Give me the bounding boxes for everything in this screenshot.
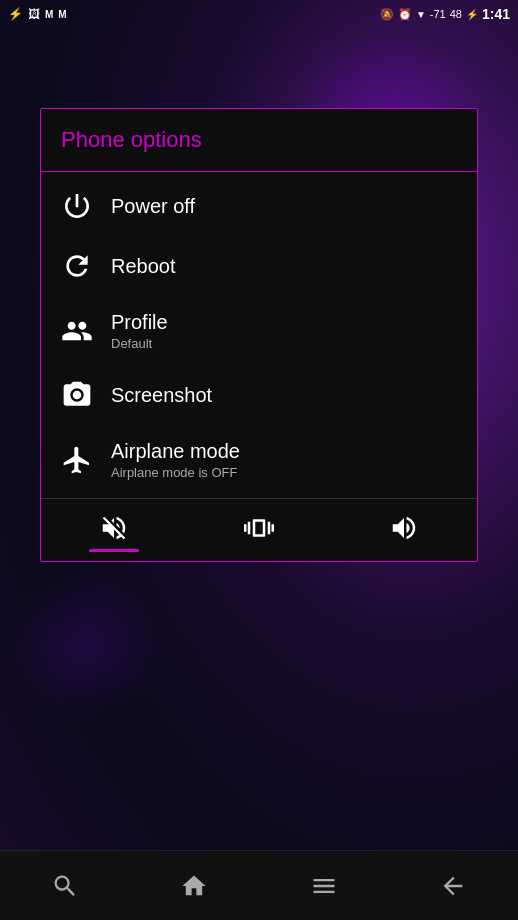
screenshot-text: Screenshot [111,383,457,407]
airplane-mode-sublabel: Airplane mode is OFF [111,465,457,480]
dialog-title-text: Phone options [61,127,202,152]
screenshot-item[interactable]: Screenshot [41,365,477,425]
battery-level: 48 [450,8,462,20]
vibrate-button[interactable] [224,509,294,547]
menu-nav-icon [310,872,338,900]
clock: 1:41 [482,6,510,22]
power-off-icon [61,190,111,222]
silent-button[interactable] [79,509,149,547]
reboot-label: Reboot [111,254,457,278]
home-nav-icon [180,872,208,900]
power-off-text: Power off [111,194,457,218]
sound-button[interactable] [369,509,439,547]
profile-item[interactable]: Profile Default [41,296,477,365]
gmail-icon-1: M [45,9,53,20]
back-nav-button[interactable] [419,862,487,910]
alarm-icon: ⏰ [398,8,412,21]
screenshot-icon [61,379,111,411]
menu-nav-button[interactable] [290,862,358,910]
silent-active-indicator [89,549,139,552]
search-nav-icon [51,872,79,900]
vibrate-icon [244,513,274,543]
dialog-footer [41,498,477,561]
profile-icon [61,315,111,347]
phone-options-dialog: Phone options Power off Reboot [40,108,478,562]
screenshot-label: Screenshot [111,383,457,407]
power-off-item[interactable]: Power off [41,176,477,236]
reboot-item[interactable]: Reboot [41,236,477,296]
profile-sublabel: Default [111,336,457,351]
reboot-icon [61,250,111,282]
reboot-text: Reboot [111,254,457,278]
silent-icon [99,513,129,543]
charging-icon: ⚡ [466,9,478,20]
mute-icon: 🔕 [380,8,394,21]
dialog-items-list: Power off Reboot Profile Defau [41,172,477,498]
airplane-mode-item[interactable]: Airplane mode Airplane mode is OFF [41,425,477,494]
profile-text: Profile Default [111,310,457,351]
status-bar: ⚡ 🖼 M M 🔕 ⏰ ▼ -71 48 ⚡ 1:41 [0,0,518,28]
power-off-label: Power off [111,194,457,218]
usb-icon: ⚡ [8,7,23,21]
signal-icon: ▼ [416,9,426,20]
airplane-mode-label: Airplane mode [111,439,457,463]
profile-label: Profile [111,310,457,334]
image-icon: 🖼 [28,7,40,21]
dialog-title-bar: Phone options [41,109,477,172]
airplane-mode-text: Airplane mode Airplane mode is OFF [111,439,457,480]
status-right-icons: 🔕 ⏰ ▼ -71 48 ⚡ 1:41 [380,6,510,22]
signal-db: -71 [430,8,446,20]
home-nav-button[interactable] [160,862,228,910]
gmail-icon-2: M [58,9,66,20]
back-nav-icon [439,872,467,900]
airplane-icon [61,444,111,476]
status-left-icons: ⚡ 🖼 M M [8,7,67,21]
sound-icon [389,513,419,543]
navigation-bar [0,850,518,920]
search-nav-button[interactable] [31,862,99,910]
